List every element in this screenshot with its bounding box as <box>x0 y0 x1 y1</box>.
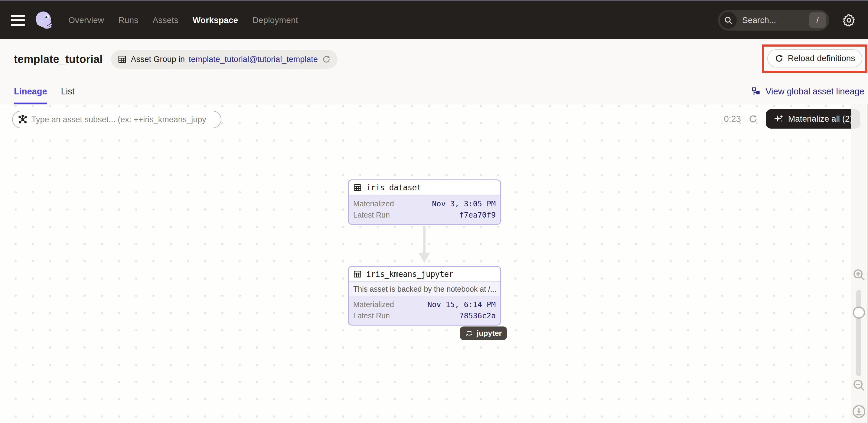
stat-label: Materialized <box>353 200 394 208</box>
navbar-right-group: Search... / <box>718 10 856 31</box>
asset-node-header: iris_dataset <box>349 180 500 195</box>
sparkle-icon <box>774 114 784 124</box>
view-global-asset-lineage-link[interactable]: View global asset lineage <box>751 79 864 104</box>
stat-row: Materialized Nov 3, 3:05 PM <box>353 198 496 209</box>
stat-label: Materialized <box>353 300 394 309</box>
asset-node-stats: Materialized Nov 15, 6:14 PM Latest Run … <box>349 296 500 325</box>
stat-label: Latest Run <box>353 211 390 219</box>
nav-runs[interactable]: Runs <box>118 16 138 25</box>
reload-icon <box>775 54 784 63</box>
asset-group-badge: Asset Group in template_tutorial@tutoria… <box>111 50 337 69</box>
code-location-link[interactable]: template_tutorial@tutorial_template <box>189 55 318 64</box>
stat-row: Materialized Nov 15, 6:14 PM <box>353 299 496 310</box>
compute-kind-label: jupyter <box>477 329 502 338</box>
nav-workspace[interactable]: Workspace <box>193 16 238 25</box>
refresh-icon[interactable] <box>748 114 758 124</box>
nav-assets[interactable]: Assets <box>152 16 178 25</box>
reload-definitions-button[interactable]: Reload definitions <box>767 49 862 67</box>
materialized-timestamp-link[interactable]: Nov 3, 3:05 PM <box>432 200 496 208</box>
download-icon[interactable] <box>852 404 866 419</box>
stat-row: Latest Run f7ea70f9 <box>353 209 496 220</box>
dagster-logo[interactable] <box>34 10 54 30</box>
latest-run-link[interactable]: f7ea70f9 <box>459 211 496 219</box>
lineage-graph-icon <box>751 87 761 96</box>
search-placeholder: Search... <box>742 16 809 25</box>
asset-name: iris_kmeans_jupyter <box>366 270 453 279</box>
latest-run-link[interactable]: 78536c2a <box>459 311 496 320</box>
nav-overview[interactable]: Overview <box>68 16 104 25</box>
search-shortcut-key: / <box>809 12 826 28</box>
stat-row: Latest Run 78536c2a <box>353 310 496 321</box>
badge-prefix: Asset Group in <box>131 55 185 64</box>
materialized-timestamp-link[interactable]: Nov 15, 6:14 PM <box>427 300 496 309</box>
op-selector-icon <box>18 114 28 125</box>
lineage-edge-arrowhead <box>419 253 430 263</box>
zoom-slider-knob[interactable] <box>853 306 865 319</box>
search-input[interactable]: Search... / <box>718 10 829 31</box>
asset-subset-input-wrap <box>12 111 221 128</box>
refresh-countdown: 0:23 <box>724 114 741 124</box>
table-grid-icon <box>118 55 127 64</box>
lineage-canvas[interactable]: 0:23 Materialize all (2) iris_dataset <box>0 104 868 423</box>
top-navbar: Overview Runs Assets Workspace Deploymen… <box>0 1 868 39</box>
asset-subset-input[interactable] <box>31 115 218 124</box>
zoom-in-icon[interactable] <box>852 268 866 282</box>
materialize-all-button[interactable]: Materialize all (2) <box>766 109 861 129</box>
asset-description: This asset is backed by the notebook at … <box>349 282 500 296</box>
tabs-row: Lineage List View global asset lineage <box>0 79 868 104</box>
asset-node-iris-dataset[interactable]: iris_dataset Materialized Nov 3, 3:05 PM… <box>348 179 501 225</box>
table-grid-icon <box>353 183 362 192</box>
primary-nav: Overview Runs Assets Workspace Deploymen… <box>68 16 298 25</box>
page-title: template_tutorial <box>14 53 102 66</box>
zoom-controls <box>851 104 867 423</box>
asset-node-header: iris_kmeans_jupyter <box>349 267 500 282</box>
jupyter-icon <box>465 329 473 337</box>
zoom-out-icon[interactable] <box>852 378 866 392</box>
page-header: template_tutorial Asset Group in templat… <box>0 39 868 79</box>
view-global-asset-lineage-label: View global asset lineage <box>766 87 864 96</box>
asset-name: iris_dataset <box>366 183 421 192</box>
lineage-edge <box>423 226 426 253</box>
compute-kind-tag-jupyter[interactable]: jupyter <box>460 327 507 340</box>
badge-reload-icon[interactable] <box>322 55 331 64</box>
canvas-toolbar-right: 0:23 Materialize all (2) <box>724 109 861 129</box>
menu-icon[interactable] <box>11 15 25 26</box>
stat-label: Latest Run <box>353 311 390 320</box>
table-grid-icon <box>353 270 362 278</box>
search-icon <box>720 12 737 29</box>
asset-node-stats: Materialized Nov 3, 3:05 PM Latest Run f… <box>349 195 500 224</box>
tab-lineage[interactable]: Lineage <box>14 79 47 104</box>
materialize-all-label: Materialize all (2) <box>788 114 852 124</box>
zoom-slider-track[interactable] <box>856 290 861 376</box>
reload-definitions-label: Reload definitions <box>788 54 855 63</box>
nav-deployment[interactable]: Deployment <box>252 16 298 25</box>
settings-gear-icon[interactable] <box>842 13 856 27</box>
asset-node-iris-kmeans-jupyter[interactable]: iris_kmeans_jupyter This asset is backed… <box>348 266 501 326</box>
tab-list[interactable]: List <box>61 79 75 104</box>
